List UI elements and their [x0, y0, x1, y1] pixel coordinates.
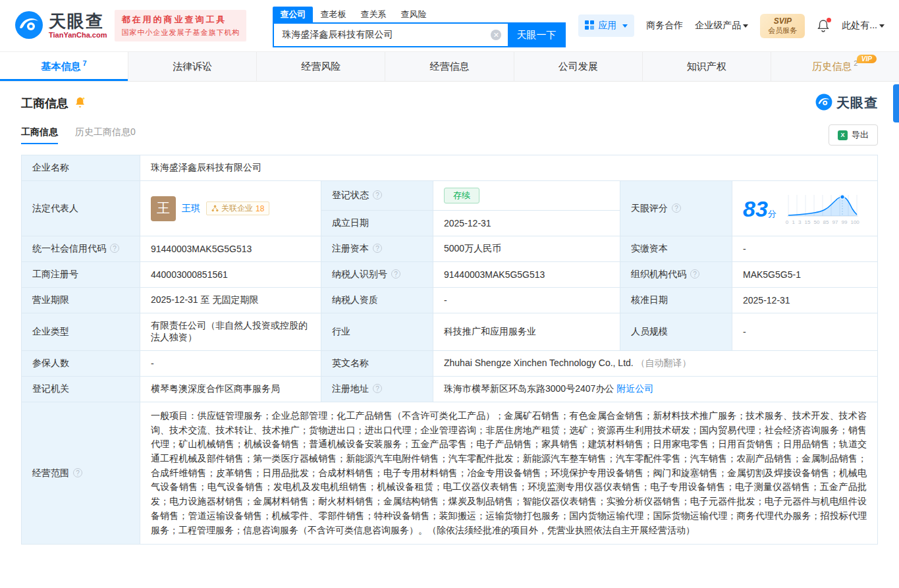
score-label: 天眼评分?: [620, 181, 732, 236]
section-title: 工商信息: [21, 95, 68, 111]
logo-text-cn: 天眼查: [49, 13, 107, 30]
chevron-down-icon: [622, 24, 628, 28]
export-button-label: 导出: [852, 129, 869, 141]
reg-authority-value: 横琴粤澳深度合作区商事服务局: [140, 377, 321, 402]
legal-rep-name-link[interactable]: 王琪: [182, 203, 200, 215]
help-icon[interactable]: ?: [373, 244, 382, 253]
tab-history-info[interactable]: 历史信息 2 VIP: [771, 52, 899, 81]
enterprise-products-link[interactable]: 企业级产品: [695, 20, 748, 32]
tab-basic-info[interactable]: 基本信息 7: [0, 52, 128, 81]
english-name-value: Zhuhai Shengze Xinchen Technology Co., L…: [433, 351, 878, 377]
nearby-companies-link[interactable]: 附近公司: [616, 383, 653, 394]
user-menu[interactable]: 此处有...: [842, 20, 885, 32]
export-button[interactable]: X 导出: [829, 124, 878, 146]
english-name-text: Zhuhai Shengze Xinchen Technology Co., L…: [444, 358, 634, 368]
svip-label: SVIP: [768, 16, 797, 26]
english-name-label: 英文名称: [321, 351, 433, 377]
search-input[interactable]: [274, 24, 508, 46]
help-icon[interactable]: ?: [110, 244, 119, 253]
insured-count-value: -: [140, 351, 321, 377]
reg-status-label-text: 登记状态: [332, 190, 369, 200]
reg-address-label: 注册地址?: [321, 377, 433, 402]
promo-line1: 都在用的商业查询工具: [121, 14, 240, 26]
org-code-value: MAK5G5G5-1: [732, 262, 878, 288]
company-type-label: 企业类型: [22, 313, 140, 351]
legal-rep-label: 法定代表人: [22, 181, 140, 236]
taxpayer-quality-label: 纳税人资质: [321, 288, 433, 313]
legal-rep-cell: 王 王琪 关联企业 18: [140, 181, 321, 236]
industry-value: 科技推广和应用服务业: [433, 313, 620, 351]
apps-button[interactable]: 应用: [578, 14, 634, 37]
related-companies-pill[interactable]: 关联企业 18: [206, 201, 269, 215]
subscribe-bell-icon[interactable]: [74, 96, 86, 111]
search-tab-relation[interactable]: 查关系: [353, 7, 393, 22]
notification-bell-icon[interactable]: [817, 19, 830, 32]
business-cooperation-link[interactable]: 商务合作: [646, 20, 683, 32]
help-icon[interactable]: ?: [73, 468, 82, 477]
reg-capital-label: 注册资本?: [321, 236, 433, 262]
table-row: 经营范围? 一般项目：供应链管理服务；企业总部管理；化工产品销售（不含许可类化工…: [22, 402, 878, 545]
company-name-value: 珠海盛泽鑫辰科技有限公司: [140, 155, 878, 181]
floating-side-widget[interactable]: [893, 84, 899, 122]
taxpayer-id-label: 纳税人识别号?: [321, 262, 433, 288]
company-nav-tabs: 基本信息 7 法律诉讼 经营风险 经营信息 公司发展 知识产权 历史信息 2 V…: [0, 51, 899, 82]
search-tab-boss[interactable]: 查老板: [313, 7, 353, 22]
establish-date-value: 2025-12-31: [433, 211, 620, 236]
search-block: 查公司 查老板 查关系 查风险 ✕ 天眼一下: [273, 4, 566, 47]
section-header: 工商信息 天眼查: [21, 82, 878, 113]
user-menu-label: 此处有...: [842, 20, 877, 32]
score-unit: 分: [768, 209, 776, 219]
chevron-down-icon: [879, 24, 885, 28]
search-tab-risk[interactable]: 查风险: [393, 7, 433, 22]
tab-company-development[interactable]: 公司发展: [514, 52, 643, 81]
search-button[interactable]: 天眼一下: [508, 24, 564, 46]
tab-operating-risk-label: 经营风险: [301, 61, 341, 73]
business-term-label: 营业期限: [22, 288, 140, 313]
org-chart-icon: [211, 205, 219, 212]
reg-status-value: 存续: [433, 181, 620, 211]
subtab-business-info[interactable]: 工商信息: [21, 126, 58, 144]
tab-legal-proceedings[interactable]: 法律诉讼: [128, 52, 257, 81]
tab-intellectual-property[interactable]: 知识产权: [643, 52, 771, 81]
vip-badge: VIP: [857, 55, 877, 63]
business-scope-value: 一般项目：供应链管理服务；企业总部管理；化工产品销售（不含许可类化工产品）；金属…: [140, 402, 878, 545]
tianyancha-logo[interactable]: 天眼查 TianYanCha.com: [14, 11, 107, 41]
help-icon[interactable]: ?: [690, 269, 699, 279]
subtab-history-business-info[interactable]: 历史工商信息0: [75, 126, 136, 144]
tab-operating-info-label: 经营信息: [429, 61, 469, 73]
tab-operating-info[interactable]: 经营信息: [385, 52, 514, 81]
score-cell[interactable]: 83分 0: [732, 181, 878, 236]
reg-address-label-text: 注册地址: [332, 383, 369, 394]
business-scope-label-text: 经营范围: [32, 468, 69, 478]
search-tab-company[interactable]: 查公司: [273, 7, 313, 22]
table-row: 企业名称 珠海盛泽鑫辰科技有限公司: [22, 155, 878, 181]
tab-company-development-label: 公司发展: [558, 61, 598, 73]
credit-code-label: 统一社会信用代码?: [22, 236, 140, 262]
section-watermark-logo: 天眼查: [815, 94, 878, 113]
taxpayer-id-label-text: 纳税人识别号: [332, 269, 387, 279]
reg-number-value: 440003000851561: [140, 262, 321, 288]
table-row: 登记机关 横琴粤澳深度合作区商事服务局 注册地址? 珠海市横琴新区环岛东路300…: [22, 377, 878, 402]
insured-count-label: 参保人数: [22, 351, 140, 377]
svip-member-button[interactable]: SVIP 会员服务: [760, 14, 805, 38]
search-bar: ✕ 天眼一下: [273, 22, 566, 47]
help-icon[interactable]: ?: [373, 190, 382, 200]
help-icon[interactable]: ?: [672, 203, 681, 213]
industry-label: 行业: [321, 313, 433, 351]
reg-capital-value: 5000万人民币: [433, 236, 620, 262]
tianyancha-logo-icon: [815, 94, 832, 113]
help-icon[interactable]: ?: [391, 269, 400, 279]
business-term-value: 2025-12-31 至 无固定期限: [140, 288, 321, 313]
tianyancha-logo-icon: [14, 11, 43, 41]
help-icon[interactable]: ?: [373, 384, 382, 393]
apps-grid-icon: [585, 20, 594, 32]
legal-rep-avatar[interactable]: 王: [151, 196, 176, 221]
table-row: 统一社会信用代码? 91440003MAK5G5G513 注册资本? 5000万…: [22, 236, 878, 262]
staff-size-value: -: [732, 313, 878, 351]
section-watermark-text: 天眼查: [836, 94, 878, 112]
tab-operating-risk[interactable]: 经营风险: [257, 52, 385, 81]
logo-text-en: TianYanCha.com: [49, 31, 107, 39]
approval-date-label: 核准日期: [620, 288, 732, 313]
sub-tabs: 工商信息 历史工商信息0 X 导出: [21, 124, 878, 146]
reg-address-value: 珠海市横琴新区环岛东路3000号2407办公 附近公司: [433, 377, 878, 402]
